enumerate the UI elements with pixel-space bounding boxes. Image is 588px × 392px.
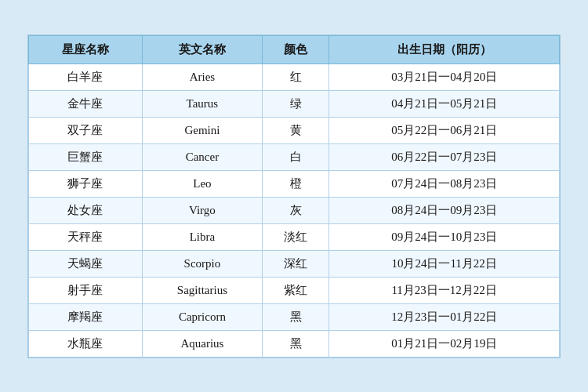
- table-row: 射手座Sagittarius紫红11月23日一12月22日: [29, 277, 560, 303]
- cell-en-name: Gemini: [142, 117, 262, 143]
- cell-color: 绿: [262, 90, 328, 117]
- cell-dates: 07月24日一08月23日: [329, 170, 560, 197]
- cell-dates: 06月22日一07月23日: [329, 143, 560, 170]
- cell-zh-name: 金牛座: [29, 90, 143, 117]
- cell-dates: 09月24日一10月23日: [329, 223, 560, 250]
- zodiac-table: 星座名称 英文名称 颜色 出生日期（阳历） 白羊座Aries红03月21日一04…: [28, 35, 560, 358]
- table-row: 摩羯座Capricorn黑12月23日一01月22日: [29, 303, 560, 330]
- cell-en-name: Sagittarius: [142, 277, 262, 303]
- table-row: 白羊座Aries红03月21日一04月20日: [29, 64, 560, 90]
- cell-zh-name: 狮子座: [29, 170, 143, 197]
- cell-zh-name: 双子座: [29, 117, 143, 143]
- cell-color: 黄: [262, 117, 328, 143]
- col-header-zh: 星座名称: [29, 35, 143, 64]
- cell-color: 灰: [262, 197, 328, 223]
- cell-zh-name: 水瓶座: [29, 330, 143, 357]
- cell-color: 淡红: [262, 223, 328, 250]
- cell-color: 黑: [262, 303, 328, 330]
- cell-dates: 01月21日一02月19日: [329, 330, 560, 357]
- cell-zh-name: 巨蟹座: [29, 143, 143, 170]
- cell-dates: 10月24日一11月22日: [329, 250, 560, 277]
- cell-zh-name: 天蝎座: [29, 250, 143, 277]
- table-row: 狮子座Leo橙07月24日一08月23日: [29, 170, 560, 197]
- cell-dates: 04月21日一05月21日: [329, 90, 560, 117]
- cell-color: 白: [262, 143, 328, 170]
- cell-en-name: Aries: [142, 64, 262, 90]
- cell-dates: 11月23日一12月22日: [329, 277, 560, 303]
- table-row: 双子座Gemini黄05月22日一06月21日: [29, 117, 560, 143]
- cell-color: 红: [262, 64, 328, 90]
- table-header-row: 星座名称 英文名称 颜色 出生日期（阳历）: [29, 35, 560, 64]
- cell-en-name: Libra: [142, 223, 262, 250]
- cell-en-name: Taurus: [142, 90, 262, 117]
- col-header-dates: 出生日期（阳历）: [329, 35, 560, 64]
- table-row: 天秤座Libra淡红09月24日一10月23日: [29, 223, 560, 250]
- cell-color: 橙: [262, 170, 328, 197]
- cell-dates: 08月24日一09月23日: [329, 197, 560, 223]
- cell-dates: 05月22日一06月21日: [329, 117, 560, 143]
- cell-en-name: Virgo: [142, 197, 262, 223]
- cell-dates: 03月21日一04月20日: [329, 64, 560, 90]
- cell-zh-name: 摩羯座: [29, 303, 143, 330]
- cell-color: 紫红: [262, 277, 328, 303]
- col-header-color: 颜色: [262, 35, 328, 64]
- cell-en-name: Leo: [142, 170, 262, 197]
- zodiac-table-wrapper: 星座名称 英文名称 颜色 出生日期（阳历） 白羊座Aries红03月21日一04…: [27, 34, 561, 358]
- table-row: 处女座Virgo灰08月24日一09月23日: [29, 197, 560, 223]
- cell-en-name: Aquarius: [142, 330, 262, 357]
- cell-en-name: Scorpio: [142, 250, 262, 277]
- cell-zh-name: 天秤座: [29, 223, 143, 250]
- cell-zh-name: 白羊座: [29, 64, 143, 90]
- cell-color: 深红: [262, 250, 328, 277]
- cell-color: 黑: [262, 330, 328, 357]
- cell-en-name: Cancer: [142, 143, 262, 170]
- cell-zh-name: 处女座: [29, 197, 143, 223]
- table-row: 金牛座Taurus绿04月21日一05月21日: [29, 90, 560, 117]
- table-row: 巨蟹座Cancer白06月22日一07月23日: [29, 143, 560, 170]
- cell-en-name: Capricorn: [142, 303, 262, 330]
- table-row: 水瓶座Aquarius黑01月21日一02月19日: [29, 330, 560, 357]
- cell-zh-name: 射手座: [29, 277, 143, 303]
- table-row: 天蝎座Scorpio深红10月24日一11月22日: [29, 250, 560, 277]
- col-header-en: 英文名称: [142, 35, 262, 64]
- cell-dates: 12月23日一01月22日: [329, 303, 560, 330]
